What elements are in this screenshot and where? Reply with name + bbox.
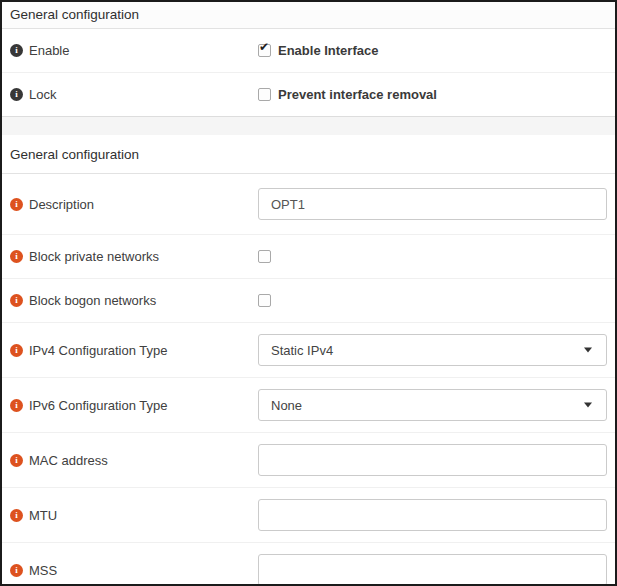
row-block-bogon: i Block bogon networks (2, 279, 615, 323)
panel-general-configuration: General configuration i Description i Bl… (2, 135, 615, 586)
mtu-input[interactable] (258, 499, 607, 531)
info-icon: i (10, 44, 23, 57)
panel2-header: General configuration (2, 135, 615, 174)
ipv6-type-label: IPv6 Configuration Type (29, 398, 168, 413)
ipv4-type-select[interactable]: Static IPv4 (258, 334, 607, 366)
info-icon: i (10, 88, 23, 101)
panel1-header: General configuration (2, 2, 615, 29)
mac-address-label: MAC address (29, 453, 108, 468)
row-ipv6-type: i IPv6 Configuration Type None (2, 378, 615, 433)
row-mtu: i MTU (2, 488, 615, 543)
block-bogon-checkbox[interactable] (258, 294, 271, 307)
mac-address-input[interactable] (258, 444, 607, 476)
info-icon: i (10, 509, 23, 522)
block-private-checkbox[interactable] (258, 250, 271, 263)
info-icon: i (10, 250, 23, 263)
info-icon: i (10, 454, 23, 467)
mss-input[interactable] (258, 554, 607, 586)
panel1-title: General configuration (10, 7, 139, 22)
ipv6-type-select[interactable]: None (258, 389, 607, 421)
row-enable: i Enable ✔ Enable Interface (2, 29, 615, 73)
info-icon: i (10, 564, 23, 577)
row-mss: i MSS (2, 543, 615, 586)
info-icon: i (10, 198, 23, 211)
interface-configuration-page: General configuration i Enable ✔ Enable … (0, 0, 617, 586)
lock-label: Lock (29, 87, 56, 102)
info-icon: i (10, 344, 23, 357)
enable-interface-checkbox[interactable]: ✔ (258, 44, 271, 57)
info-icon: i (10, 294, 23, 307)
info-icon: i (10, 399, 23, 412)
ipv4-type-label: IPv4 Configuration Type (29, 343, 168, 358)
checkmark-icon: ✔ (259, 41, 269, 53)
enable-interface-checkbox-label[interactable]: Enable Interface (278, 43, 378, 58)
enable-label: Enable (29, 43, 69, 58)
prevent-removal-checkbox[interactable] (258, 88, 271, 101)
row-lock: i Lock Prevent interface removal (2, 73, 615, 116)
block-private-label: Block private networks (29, 249, 159, 264)
row-description: i Description (2, 174, 615, 235)
row-ipv4-type: i IPv4 Configuration Type Static IPv4 (2, 323, 615, 378)
description-label: Description (29, 197, 94, 212)
panel-enable-lock: General configuration i Enable ✔ Enable … (2, 2, 615, 116)
prevent-removal-checkbox-label[interactable]: Prevent interface removal (278, 87, 437, 102)
panel-separator (2, 116, 615, 135)
block-bogon-label: Block bogon networks (29, 293, 156, 308)
row-mac-address: i MAC address (2, 433, 615, 488)
mss-label: MSS (29, 563, 57, 578)
description-input[interactable] (258, 188, 607, 220)
panel2-title: General configuration (10, 147, 139, 162)
row-block-private: i Block private networks (2, 235, 615, 279)
mtu-label: MTU (29, 508, 57, 523)
